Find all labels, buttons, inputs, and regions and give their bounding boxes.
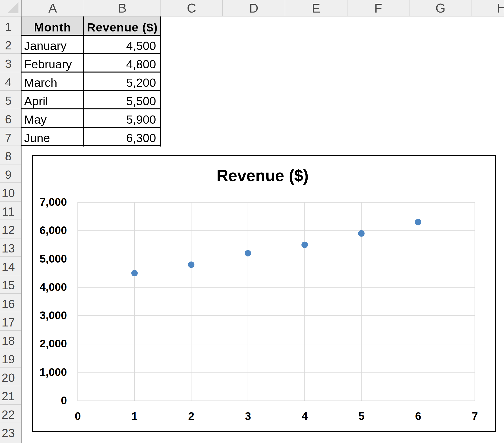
svg-text:7: 7 bbox=[472, 410, 478, 422]
svg-text:1: 1 bbox=[131, 410, 138, 422]
svg-text:4,000: 4,000 bbox=[40, 281, 67, 293]
svg-text:5,000: 5,000 bbox=[40, 253, 67, 265]
svg-text:Revenue ($): Revenue ($) bbox=[216, 166, 309, 185]
svg-text:2: 2 bbox=[188, 410, 194, 422]
svg-text:3,000: 3,000 bbox=[40, 309, 67, 321]
svg-text:7,000: 7,000 bbox=[40, 196, 67, 208]
svg-text:0: 0 bbox=[75, 410, 81, 422]
svg-text:1,000: 1,000 bbox=[40, 366, 67, 378]
svg-text:4: 4 bbox=[302, 410, 308, 422]
svg-text:6,000: 6,000 bbox=[40, 224, 67, 236]
svg-text:3: 3 bbox=[245, 410, 251, 422]
svg-text:0: 0 bbox=[61, 394, 67, 406]
svg-text:6: 6 bbox=[415, 410, 421, 422]
svg-text:2,000: 2,000 bbox=[40, 338, 67, 350]
svg-text:5: 5 bbox=[358, 410, 364, 422]
